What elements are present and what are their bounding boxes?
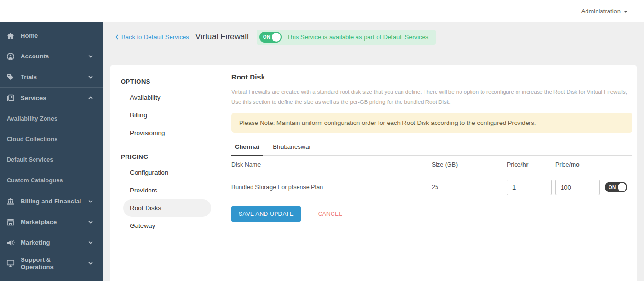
root-disk-card: OPTIONS Availability Billing Provisionin…: [110, 65, 637, 281]
chevron-down-icon: [88, 261, 93, 265]
sidebar-subitem-cloud-collections[interactable]: Cloud Collections: [0, 129, 104, 149]
home-icon: [6, 32, 15, 40]
sidebar-item-label: Support & Operations: [21, 256, 83, 270]
sidebar-subitem-availability-zones[interactable]: Availability Zones: [0, 108, 104, 129]
chevron-down-icon: [88, 200, 93, 203]
sidebar: Home Accounts Trials: [0, 22, 104, 281]
root-disk-content: Root Disk Virtual Firewalls are created …: [223, 65, 637, 281]
sidebar-item-home[interactable]: Home: [0, 25, 104, 46]
sidebar-subitem-default-services[interactable]: Default Services: [0, 149, 104, 170]
sidebar-item-label: Marketing: [21, 239, 50, 246]
back-link[interactable]: Back to Default Services: [115, 34, 189, 41]
toggle-knob: [272, 33, 281, 42]
tab-label: Bhubaneswar: [273, 143, 311, 150]
user-icon: [6, 52, 15, 61]
save-and-update-button[interactable]: SAVE AND UPDATE: [231, 206, 301, 222]
chevron-up-icon: [88, 96, 93, 100]
sidebar-item-billing-financial[interactable]: Billing and Financial: [0, 191, 104, 212]
caret-down-icon: [624, 11, 628, 13]
administration-menu[interactable]: Administration: [581, 8, 628, 15]
service-availability-toggle[interactable]: ON: [259, 32, 282, 43]
tab-bhubaneswar[interactable]: Bhubaneswar: [269, 139, 314, 156]
sidebar-item-trials[interactable]: Trials: [0, 67, 104, 87]
menu-item-label: Provisioning: [130, 129, 165, 136]
tag-icon: [6, 73, 15, 81]
menu-item-provisioning[interactable]: Provisioning: [123, 124, 211, 142]
column-header-price-hr: Price/hr: [507, 161, 555, 168]
sidebar-item-label: Billing and Financial: [21, 198, 81, 205]
toggle-on-label: ON: [263, 34, 271, 40]
column-header-price-mo: Price/mo: [555, 161, 605, 168]
chevron-down-icon: [88, 220, 93, 224]
menu-item-label: Providers: [130, 187, 157, 194]
menu-item-providers[interactable]: Providers: [123, 181, 211, 199]
sidebar-item-services[interactable]: Services: [0, 88, 104, 108]
settings-menu: OPTIONS Availability Billing Provisionin…: [110, 65, 223, 281]
menu-item-configuration[interactable]: Configuration: [123, 164, 211, 181]
sidebar-item-marketing[interactable]: Marketing: [0, 232, 104, 253]
toggle-knob: [618, 183, 626, 191]
sidebar-item-label: Home: [21, 32, 38, 39]
form-actions: SAVE AND UPDATE CANCEL: [231, 206, 632, 222]
sidebar-item-support-operations[interactable]: Support & Operations: [0, 253, 104, 273]
menu-item-availability[interactable]: Availability: [123, 89, 211, 106]
note-box: Please Note: Maintain uniform configurat…: [231, 113, 632, 133]
chevron-down-icon: [88, 75, 93, 79]
column-header-size: Size (GB): [432, 161, 507, 168]
menu-item-label: Billing: [130, 112, 147, 119]
monitor-icon: [6, 259, 15, 268]
topbar: Administration: [0, 0, 644, 22]
cancel-button[interactable]: CANCEL: [318, 211, 342, 217]
sidebar-services-group: Services Availability Zones Cloud Collec…: [0, 87, 104, 191]
menu-item-label: Gateway: [130, 222, 155, 229]
menu-item-label: Configuration: [130, 169, 168, 176]
location-tabs: Chennai Bhubaneswar: [231, 139, 632, 156]
menu-item-gateway[interactable]: Gateway: [123, 217, 211, 235]
table-row: Bundled Storage For pfsense Plan 25 ON: [231, 174, 632, 201]
table-header-row: Disk Name Size (GB) Price/hr Price/mo: [231, 156, 632, 174]
toggle-on-label: ON: [609, 185, 616, 190]
sidebar-subitem-label: Default Services: [7, 157, 53, 163]
column-header-disk-name: Disk Name: [231, 161, 432, 168]
page-header: Back to Default Services Virtual Firewal…: [104, 22, 644, 51]
chevron-down-icon: [88, 55, 93, 58]
sidebar-item-marketplace[interactable]: Marketplace: [0, 212, 104, 232]
menu-item-root-disks[interactable]: Root Disks: [123, 199, 211, 217]
chevron-down-icon: [88, 241, 93, 244]
sidebar-item-accounts[interactable]: Accounts: [0, 46, 104, 67]
options-section-title: OPTIONS: [121, 74, 223, 89]
content-description: Virtual Firewalls are created with a sta…: [231, 87, 632, 107]
services-icon: [6, 94, 15, 102]
price-per-hour-input[interactable]: [507, 180, 552, 195]
chevron-left-icon: [115, 34, 119, 40]
disk-enabled-toggle[interactable]: ON: [605, 182, 627, 192]
sidebar-subitem-label: Cloud Collections: [7, 136, 58, 143]
back-link-label: Back to Default Services: [121, 34, 189, 41]
content-title: Root Disk: [231, 73, 632, 81]
main-area: Back to Default Services Virtual Firewal…: [104, 22, 644, 281]
service-status-text: This Service is available as part of Def…: [287, 34, 429, 41]
sidebar-item-label: Trials: [21, 73, 37, 80]
sidebar-item-label: Accounts: [21, 53, 49, 60]
page-title: Virtual Firewall: [196, 32, 249, 42]
sidebar-subitem-label: Custom Catalogues: [7, 177, 63, 184]
administration-menu-label: Administration: [581, 8, 621, 15]
size-cell: 25: [432, 184, 507, 191]
bank-icon: [6, 197, 15, 206]
tab-chennai[interactable]: Chennai: [231, 139, 263, 156]
service-status-badge: ON This Service is available as part of …: [257, 30, 436, 45]
pricing-section-title: PRICING: [121, 149, 223, 164]
menu-item-label: Root Disks: [130, 204, 161, 212]
sidebar-item-label: Services: [21, 94, 46, 101]
sidebar-subitem-custom-catalogues[interactable]: Custom Catalogues: [0, 170, 104, 191]
menu-item-billing[interactable]: Billing: [123, 106, 211, 124]
menu-item-label: Availability: [130, 94, 161, 101]
sidebar-subitem-label: Availability Zones: [7, 115, 58, 122]
disk-name-cell: Bundled Storage For pfsense Plan: [231, 184, 432, 191]
tab-label: Chennai: [235, 143, 259, 150]
price-per-month-input[interactable]: [555, 180, 600, 195]
sidebar-item-label: Marketplace: [21, 218, 57, 225]
megaphone-icon: [6, 238, 15, 247]
store-icon: [6, 218, 15, 226]
